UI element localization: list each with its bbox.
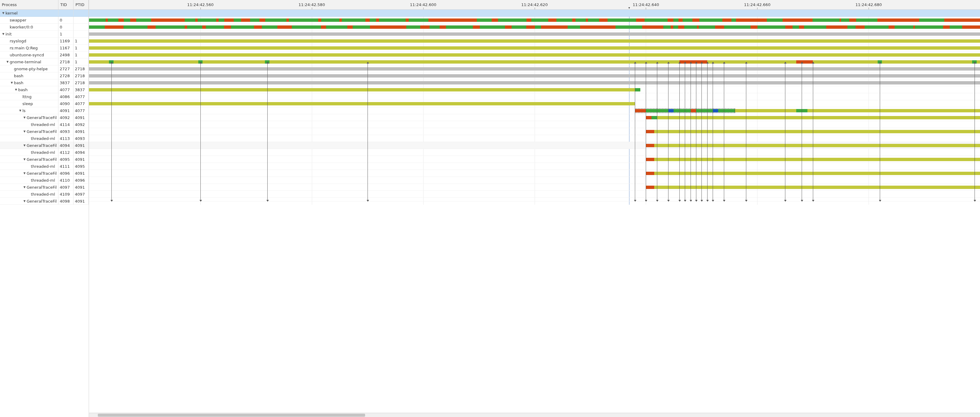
state-segment[interactable] <box>498 19 527 22</box>
state-segment[interactable] <box>796 109 807 112</box>
timeline-row[interactable] <box>89 51 980 59</box>
state-segment[interactable] <box>89 81 980 84</box>
state-segment[interactable] <box>735 109 980 112</box>
collapse-icon[interactable]: ▼ <box>10 81 13 84</box>
timeline-row[interactable] <box>89 17 980 24</box>
process-row[interactable]: ▼GeneralTraceFil40944091 <box>0 142 89 149</box>
state-segment[interactable] <box>89 19 106 22</box>
collapse-icon[interactable]: ▼ <box>23 172 26 175</box>
process-row[interactable]: threaded-ml41094097 <box>0 191 89 198</box>
timeline-row[interactable] <box>89 45 980 51</box>
timeline-row[interactable] <box>89 135 980 142</box>
state-segment[interactable] <box>847 25 856 29</box>
collapse-icon[interactable]: ▼ <box>6 60 9 63</box>
state-segment[interactable] <box>792 25 799 29</box>
state-segment[interactable] <box>673 25 678 29</box>
state-segment[interactable] <box>804 25 827 29</box>
state-segment[interactable] <box>588 19 599 22</box>
state-segment[interactable] <box>136 19 151 22</box>
state-segment[interactable] <box>646 144 654 147</box>
state-segment[interactable] <box>531 19 548 22</box>
time-marker-icon[interactable]: ▾ <box>628 6 630 10</box>
state-segment[interactable] <box>616 25 642 29</box>
state-segment[interactable] <box>198 19 216 22</box>
process-row[interactable]: ▼GeneralTraceFil40974091 <box>0 184 89 191</box>
state-segment[interactable] <box>265 19 286 22</box>
state-segment[interactable] <box>654 144 980 147</box>
state-segment[interactable] <box>576 19 586 22</box>
state-segment[interactable] <box>732 19 736 22</box>
state-segment[interactable] <box>89 102 635 105</box>
state-segment[interactable] <box>430 25 439 29</box>
state-segment[interactable] <box>608 19 636 22</box>
state-segment[interactable] <box>156 25 185 29</box>
horizontal-scrollbar[interactable] <box>89 413 980 417</box>
timeline-row[interactable] <box>89 93 980 100</box>
process-row[interactable]: ▼gnome-terminal27181 <box>0 59 89 65</box>
state-segment[interactable] <box>724 25 751 29</box>
collapse-icon[interactable]: ▼ <box>23 116 26 119</box>
process-row[interactable]: lttng40864077 <box>0 93 89 100</box>
process-row[interactable]: ▼GeneralTraceFil40934091 <box>0 128 89 135</box>
state-segment[interactable] <box>684 25 697 29</box>
state-segment[interactable] <box>652 116 657 119</box>
process-row[interactable]: ▼GeneralTraceFil40964091 <box>0 170 89 177</box>
process-group-row[interactable]: ▼kernel <box>0 10 89 17</box>
state-segment[interactable] <box>646 130 654 133</box>
state-segment[interactable] <box>262 25 277 29</box>
state-segment[interactable] <box>635 88 640 91</box>
timeline-row[interactable] <box>89 38 980 45</box>
column-header-ptid[interactable]: PTID <box>73 0 89 10</box>
state-segment[interactable] <box>757 25 785 29</box>
state-segment[interactable] <box>185 19 195 22</box>
process-row[interactable]: gnome-pty-helpe27272718 <box>0 65 89 72</box>
state-segment[interactable] <box>292 25 321 29</box>
state-segment[interactable] <box>265 60 269 64</box>
timeline-row[interactable] <box>89 128 980 135</box>
timeline-row[interactable] <box>89 184 980 191</box>
state-segment[interactable] <box>767 19 783 22</box>
timeline-row[interactable] <box>89 30 980 38</box>
state-segment[interactable] <box>654 158 980 161</box>
column-header-tid[interactable]: TID <box>59 0 73 10</box>
timeline-row[interactable] <box>89 24 980 30</box>
state-segment[interactable] <box>89 60 980 64</box>
process-row[interactable]: ▼GeneralTraceFil40954091 <box>0 156 89 163</box>
state-segment[interactable] <box>679 60 707 64</box>
process-row[interactable]: ▼bash40773837 <box>0 86 89 93</box>
state-segment[interactable] <box>326 25 347 29</box>
timeline-body[interactable] <box>89 10 980 205</box>
state-segment[interactable] <box>89 67 980 70</box>
state-segment[interactable] <box>89 53 980 57</box>
state-segment[interactable] <box>644 19 668 22</box>
state-segment[interactable] <box>89 88 635 91</box>
process-row[interactable]: ▼init1 <box>0 30 89 38</box>
timeline-row[interactable] <box>89 65 980 72</box>
timeline-row[interactable] <box>89 72 980 80</box>
state-segment[interactable] <box>646 186 654 189</box>
state-segment[interactable] <box>841 19 849 22</box>
state-segment[interactable] <box>535 25 541 29</box>
state-segment[interactable] <box>878 60 882 64</box>
state-segment[interactable] <box>89 25 105 29</box>
state-segment[interactable] <box>187 25 202 29</box>
state-segment[interactable] <box>446 25 473 29</box>
process-row[interactable]: threaded-ml41124094 <box>0 149 89 156</box>
state-segment[interactable] <box>109 60 113 64</box>
state-segment[interactable] <box>813 19 840 22</box>
state-segment[interactable] <box>646 116 651 119</box>
state-segment[interactable] <box>321 19 339 22</box>
process-row[interactable]: ▼ls40914077 <box>0 107 89 114</box>
state-segment[interactable] <box>480 25 505 29</box>
state-segment[interactable] <box>198 60 203 64</box>
timeline-row[interactable] <box>89 163 980 170</box>
state-segment[interactable] <box>950 25 963 29</box>
process-row[interactable]: ▼bash38372718 <box>0 80 89 86</box>
process-row[interactable]: threaded-ml41114095 <box>0 163 89 170</box>
state-segment[interactable] <box>206 25 224 29</box>
state-segment[interactable] <box>856 19 877 22</box>
process-row[interactable]: kworker/0:00 <box>0 24 89 30</box>
process-tree-pane[interactable]: Process TID PTID ▼kernelswapper0kworker/… <box>0 0 89 417</box>
state-segment[interactable] <box>219 19 224 22</box>
timeline-row[interactable] <box>89 100 980 107</box>
